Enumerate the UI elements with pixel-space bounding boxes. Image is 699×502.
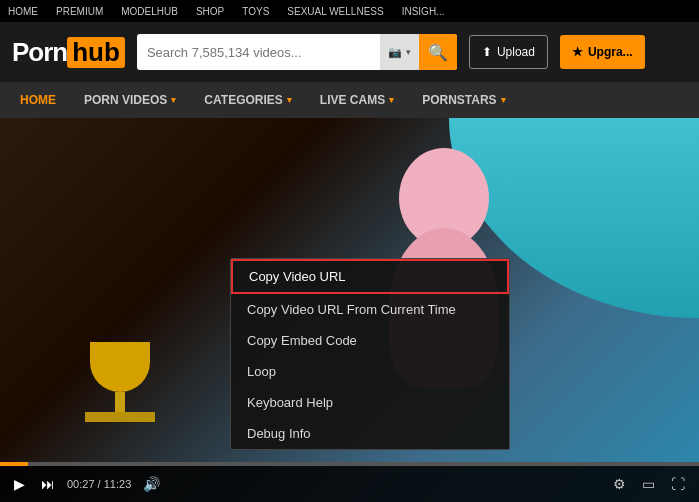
sec-nav-porn-videos[interactable]: PORN VIDEOS ▾ — [72, 82, 188, 118]
theater-button[interactable]: ▭ — [638, 474, 659, 494]
theater-icon: ▭ — [642, 476, 655, 492]
search-input[interactable] — [137, 45, 380, 60]
chevron-down-icon: ▾ — [287, 95, 292, 105]
settings-button[interactable]: ⚙ — [609, 474, 630, 494]
top-nav-insights[interactable]: INSIGH... — [402, 6, 445, 17]
top-nav-shop[interactable]: SHOP — [196, 6, 224, 17]
play-button[interactable]: ▶ — [10, 474, 29, 494]
sec-nav-categories[interactable]: CATEGORIES ▾ — [192, 82, 303, 118]
chevron-down-icon: ▾ — [501, 95, 506, 105]
video-time: 00:27 / 11:23 — [67, 478, 131, 490]
context-menu-loop[interactable]: Loop — [231, 356, 509, 387]
context-menu-copy-url[interactable]: Copy Video URL — [231, 259, 509, 294]
site-logo[interactable]: Pornhub — [12, 37, 125, 68]
skip-icon: ⏭ — [41, 476, 55, 492]
video-player[interactable]: Copy Video URL Copy Video URL From Curre… — [0, 118, 699, 502]
context-menu: Copy Video URL Copy Video URL From Curre… — [230, 258, 510, 450]
search-icon: 🔍 — [428, 43, 448, 62]
top-nav-premium[interactable]: PREMIUM — [56, 6, 103, 17]
camera-dropdown-arrow: ▾ — [406, 47, 411, 57]
search-submit-button[interactable]: 🔍 — [419, 34, 457, 70]
sec-nav-home[interactable]: HOME — [8, 82, 68, 118]
fullscreen-icon: ⛶ — [671, 476, 685, 492]
volume-button[interactable]: 🔊 — [139, 474, 164, 494]
search-bar: 📷 ▾ 🔍 — [137, 34, 457, 70]
chevron-down-icon: ▾ — [389, 95, 394, 105]
top-nav-home[interactable]: HOME — [8, 6, 38, 17]
gear-icon: ⚙ — [613, 476, 626, 492]
site-header: Pornhub 📷 ▾ 🔍 ⬆ Upload ★ Upgra... — [0, 22, 699, 82]
sec-nav-live-cams[interactable]: LIVE CAMS ▾ — [308, 82, 406, 118]
play-icon: ▶ — [14, 476, 25, 492]
top-nav-sexual-wellness[interactable]: SEXUAL WELLNESS — [287, 6, 383, 17]
chevron-down-icon: ▾ — [171, 95, 176, 105]
top-navigation: HOME PREMIUM MODELHUB SHOP TOYS SEXUAL W… — [0, 0, 699, 22]
context-menu-keyboard-help[interactable]: Keyboard Help — [231, 387, 509, 418]
secondary-navigation: HOME PORN VIDEOS ▾ CATEGORIES ▾ LIVE CAM… — [0, 82, 699, 118]
star-icon: ★ — [572, 45, 583, 59]
logo-hub-text: hub — [67, 37, 125, 68]
context-menu-copy-embed[interactable]: Copy Embed Code — [231, 325, 509, 356]
top-nav-toys[interactable]: TOYS — [242, 6, 269, 17]
skip-button[interactable]: ⏭ — [37, 474, 59, 494]
camera-icon: 📷 — [388, 46, 402, 59]
camera-search-button[interactable]: 📷 ▾ — [380, 34, 419, 70]
upgrade-button[interactable]: ★ Upgra... — [560, 35, 645, 69]
upload-icon: ⬆ — [482, 45, 492, 59]
fullscreen-button[interactable]: ⛶ — [667, 474, 689, 494]
context-menu-copy-url-time[interactable]: Copy Video URL From Current Time — [231, 294, 509, 325]
sec-nav-pornstars[interactable]: PORNSTARS ▾ — [410, 82, 517, 118]
upload-button[interactable]: ⬆ Upload — [469, 35, 548, 69]
context-menu-debug-info[interactable]: Debug Info — [231, 418, 509, 449]
trophy-decoration — [80, 342, 160, 442]
top-nav-modelhub[interactable]: MODELHUB — [121, 6, 178, 17]
volume-icon: 🔊 — [143, 476, 160, 492]
video-controls-bar: ▶ ⏭ 00:27 / 11:23 🔊 ⚙ ▭ ⛶ — [0, 466, 699, 502]
logo-porn-text: Porn — [12, 37, 67, 68]
